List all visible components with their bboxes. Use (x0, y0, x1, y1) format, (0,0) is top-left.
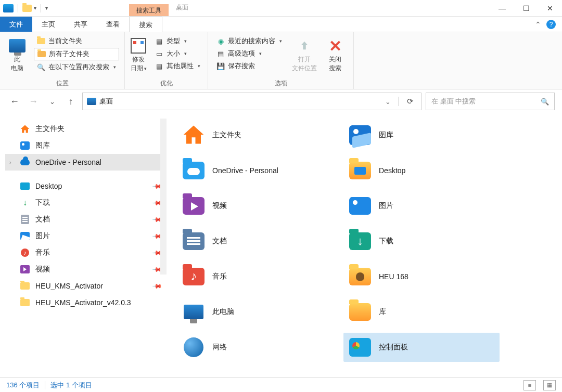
search-placeholder: 在 桌面 中搜索 (431, 97, 476, 106)
sidebar-item-documents[interactable]: 文档📌 (5, 211, 167, 228)
close-button[interactable]: ✕ (538, 0, 562, 16)
current-folder-button[interactable]: 当前文件夹 (34, 35, 119, 47)
search-tools-header: 搜索工具 (129, 4, 169, 16)
expand-icon[interactable]: › (9, 159, 11, 165)
content-item[interactable]: 音乐 (177, 262, 333, 291)
tab-view[interactable]: 查看 (97, 17, 129, 32)
help-icon[interactable]: ? (546, 20, 556, 29)
downloads-folder-icon (349, 232, 371, 250)
size-button[interactable]: ▭大小▾ (152, 48, 203, 59)
pin-icon: 📌 (152, 281, 163, 292)
sidebar-item-videos[interactable]: 视频📌 (5, 261, 167, 278)
sidebar-item-pictures[interactable]: 图片📌 (5, 228, 167, 244)
video-folder-icon (183, 197, 205, 215)
search-box[interactable]: 在 桌面 中搜索 🔍 (426, 93, 555, 110)
content-item[interactable]: 库 (343, 297, 500, 326)
app-icon (3, 4, 14, 12)
open-file-location-button[interactable]: 打开 文件位置 (291, 35, 317, 77)
item-label: HEU 168 (379, 272, 408, 281)
sidebar-item-onedrive[interactable]: ›OneDrive - Personal (5, 154, 167, 171)
props-icon: ▤ (155, 62, 163, 70)
item-label: 下载 (379, 237, 393, 246)
sidebar-item-desktop[interactable]: Desktop📌 (5, 178, 167, 194)
onedrive-icon (183, 162, 205, 179)
home-icon (183, 124, 205, 147)
maximize-button[interactable]: ☐ (514, 0, 538, 16)
ribbon-group-refine: 修改 日期▾ ▤类型▾ ▭大小▾ ▤其他属性▾ 优化 (125, 32, 208, 89)
this-pc-icon (184, 305, 203, 319)
advanced-options-button[interactable]: ▤高级选项▾ (213, 48, 286, 59)
folder-icon[interactable] (22, 5, 32, 12)
content-item[interactable]: 网络 (177, 333, 333, 362)
tab-home[interactable]: 主页 (32, 17, 65, 32)
home-icon (20, 124, 30, 134)
desktop-icon (20, 181, 30, 191)
recent-icon: ◉ (216, 37, 225, 45)
forward-button[interactable]: → (26, 96, 41, 107)
sidebar-item-downloads[interactable]: ↓下载📌 (5, 194, 167, 211)
sidebar-item-gallery[interactable]: 图库 (5, 137, 167, 154)
address-dropdown-icon[interactable]: ⌄ (385, 98, 391, 106)
content-item[interactable]: HEU 168 (343, 262, 500, 291)
tab-search[interactable]: 搜索 (129, 17, 162, 32)
gallery-icon (20, 141, 30, 150)
item-label: Desktop (379, 166, 405, 175)
search-again-button[interactable]: 🔍在以下位置再次搜索▾ (34, 61, 119, 73)
item-label: 视频 (212, 201, 227, 211)
save-search-button[interactable]: 💾保存搜索 (213, 60, 286, 72)
recent-locations-button[interactable]: ⌄ (45, 98, 59, 106)
sidebar-item-music[interactable]: ♪音乐📌 (5, 244, 167, 261)
tab-share[interactable]: 共享 (65, 17, 97, 32)
address-text: 桌面 (99, 97, 113, 106)
selection-count: 选中 1 个项目 (50, 381, 92, 390)
refresh-button[interactable]: ⟳ (398, 97, 417, 106)
advanced-icon: ▤ (216, 50, 225, 57)
content-pane[interactable]: 主文件夹图库OneDrive - PersonalDesktop视频图片文档下载… (167, 113, 562, 377)
content-item[interactable]: 下载 (343, 227, 500, 256)
content-item[interactable]: OneDrive - Personal (177, 156, 333, 185)
desktop-folder-icon (349, 162, 371, 179)
item-label: 文档 (212, 237, 227, 246)
item-label: 图片 (379, 201, 393, 211)
sidebar-item-heu2[interactable]: HEU_KMS_Activator_v42.0.3 (5, 294, 167, 311)
details-view-button[interactable]: ≡ (523, 380, 536, 390)
up-button[interactable]: ↑ (63, 96, 78, 107)
all-subfolders-button[interactable]: 所有子文件夹 (34, 48, 119, 60)
item-label: 音乐 (212, 272, 227, 281)
qat-overflow-icon[interactable]: ▾ (45, 5, 48, 11)
content-item[interactable]: 图片 (343, 191, 500, 220)
date-modified-button[interactable]: 修改 日期▾ (130, 35, 147, 77)
minimize-button[interactable]: — (490, 0, 514, 16)
content-item[interactable]: 文档 (177, 227, 333, 256)
content-item[interactable]: 图库 (343, 121, 500, 150)
content-item[interactable]: 控制面板 (343, 333, 500, 362)
sidebar-item-home[interactable]: 主文件夹 (5, 121, 167, 137)
collapse-ribbon-icon[interactable]: ⌃ (535, 20, 541, 29)
this-pc-button[interactable]: 此 电脑 (5, 35, 29, 77)
item-label: 控制面板 (379, 343, 408, 352)
tab-file[interactable]: 文件 (0, 17, 32, 32)
ribbon: 此 电脑 当前文件夹 所有子文件夹 🔍在以下位置再次搜索▾ 位置 修改 日期▾ … (0, 32, 562, 89)
sidebar-scrollbar[interactable] (160, 119, 167, 275)
content-item[interactable]: 此电脑 (177, 297, 333, 326)
kind-button[interactable]: ▤类型▾ (152, 35, 203, 47)
close-search-button[interactable]: ✕ 关闭 搜索 (323, 35, 349, 77)
ribbon-group-location: 此 电脑 当前文件夹 所有子文件夹 🔍在以下位置再次搜索▾ 位置 (0, 32, 125, 89)
gallery-icon (349, 125, 371, 145)
other-props-button[interactable]: ▤其他属性▾ (152, 60, 203, 72)
pictures-icon (20, 231, 30, 241)
save-icon: 💾 (216, 62, 225, 70)
sidebar-item-heu1[interactable]: HEU_KMS_Activator📌 (5, 278, 167, 294)
content-item[interactable]: 主文件夹 (177, 121, 333, 150)
content-item[interactable]: Desktop (343, 156, 500, 185)
address-bar[interactable]: 桌面 ⌄ ⟳ (82, 93, 422, 110)
back-button[interactable]: ← (7, 96, 22, 107)
recent-searches-button[interactable]: ◉最近的搜索内容▾ (213, 35, 286, 47)
quick-access-toolbar: ▾ ▾ (0, 0, 51, 16)
content-item[interactable]: 视频 (177, 191, 333, 220)
music-icon: ♪ (20, 248, 30, 257)
qat-dropdown-icon[interactable]: ▾ (34, 5, 36, 11)
icons-view-button[interactable]: ▦ (543, 380, 556, 390)
document-icon (20, 215, 30, 224)
monitor-icon (9, 39, 25, 53)
